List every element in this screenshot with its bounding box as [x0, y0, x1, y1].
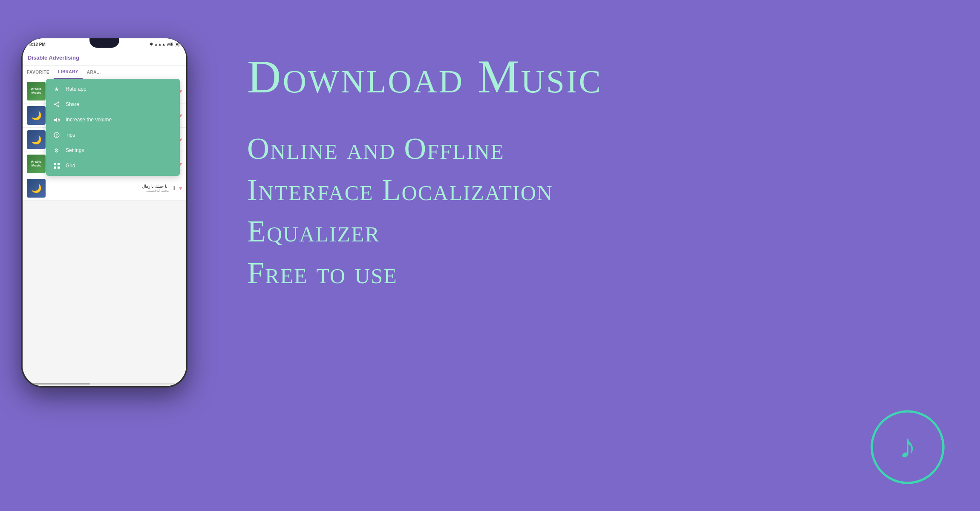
phone-screen: 8:12 PM ✱ ▲▲▲ wifi [■] Disable Advertisi…	[23, 38, 186, 386]
song-artist: محمد الدحميشي	[49, 189, 169, 192]
song-item[interactable]: 🌙 انا جيتك يا رهال محمد الدحميشي ⬇ ♥	[23, 176, 186, 201]
volume-icon	[53, 116, 61, 123]
app-tabs[interactable]: FAVORITE LIBRARY ARA...	[23, 66, 186, 79]
svg-rect-13	[54, 167, 56, 169]
music-logo: ♪	[869, 409, 946, 485]
menu-settings[interactable]: ⚙ Settings	[46, 143, 180, 158]
menu-rate-app[interactable]: ★ Rate app	[46, 81, 180, 97]
svg-marker-8	[54, 118, 57, 122]
signal-icon: ▲▲▲	[154, 42, 166, 46]
menu-tips[interactable]: ? Tips	[46, 127, 180, 143]
feature-online: Online and Offline	[247, 128, 903, 169]
grid-icon	[53, 162, 61, 169]
dropdown-menu[interactable]: ★ Rate app Share	[46, 79, 180, 176]
song-thumbnail: 🌙	[27, 106, 46, 125]
menu-increase-volume[interactable]: Increase the volume	[46, 112, 180, 127]
song-thumbnail: ArabicMusic	[27, 82, 46, 100]
menu-grid-label: Grid	[66, 163, 75, 169]
song-thumbnail: ArabicMusic	[27, 155, 46, 173]
battery-icon: [■]	[175, 42, 179, 46]
song-thumbnail: 🌙	[27, 130, 46, 149]
svg-text:?: ?	[55, 133, 58, 138]
features-list: Online and Offline Interface Localizatio…	[247, 128, 903, 294]
menu-volume-label: Increase the volume	[66, 117, 112, 123]
favorite-icon[interactable]: ♥	[179, 185, 182, 192]
app-bar: Disable Advertising	[23, 50, 186, 66]
share-icon	[53, 100, 61, 108]
scroll-thumb	[31, 383, 90, 385]
song-actions: ⬇ ♥	[172, 185, 182, 192]
menu-tips-label: Tips	[66, 132, 75, 138]
right-panel: Download Music Online and Offline Interf…	[213, 34, 937, 311]
status-icons: ✱ ▲▲▲ wifi [■]	[150, 42, 179, 46]
wifi-icon: wifi	[167, 42, 173, 46]
svg-text:♪: ♪	[899, 427, 916, 465]
svg-rect-14	[58, 167, 60, 169]
download-icon[interactable]: ⬇	[172, 185, 176, 192]
menu-share[interactable]: Share	[46, 97, 180, 112]
svg-rect-12	[58, 163, 60, 165]
song-info: انا جيتك يا رهال محمد الدحميشي	[49, 184, 169, 192]
tips-icon: ?	[53, 131, 61, 139]
phone-notch	[89, 38, 119, 48]
feature-localization: Interface Localization	[247, 169, 903, 211]
svg-line-7	[55, 104, 58, 106]
menu-rate-label: Rate app	[66, 86, 86, 92]
feature-free: Free to use	[247, 253, 903, 294]
svg-rect-11	[54, 163, 56, 165]
svg-line-6	[55, 103, 58, 105]
bluetooth-icon: ✱	[150, 42, 153, 46]
phone-mockup: 8:12 PM ✱ ▲▲▲ wifi [■] Disable Advertisi…	[17, 17, 196, 494]
song-title: انا جيتك يا رهال	[49, 184, 169, 189]
menu-grid[interactable]: Grid	[46, 158, 180, 173]
page-title: Download Music	[247, 51, 903, 103]
tab-favorite[interactable]: FAVORITE	[23, 66, 54, 79]
menu-share-label: Share	[66, 101, 79, 107]
feature-equalizer: Equalizer	[247, 211, 903, 252]
settings-icon: ⚙	[53, 146, 61, 154]
song-thumbnail: 🌙	[27, 179, 46, 198]
star-icon: ★	[53, 85, 61, 93]
phone-frame: 8:12 PM ✱ ▲▲▲ wifi [■] Disable Advertisi…	[21, 38, 187, 388]
menu-settings-label: Settings	[66, 147, 84, 153]
tab-arabic[interactable]: ARA...	[83, 66, 105, 79]
tab-library[interactable]: LIBRARY	[54, 66, 83, 79]
scroll-bar[interactable]	[31, 383, 178, 385]
status-time: 8:12 PM	[29, 42, 46, 47]
app-bar-title: Disable Advertising	[28, 55, 79, 61]
